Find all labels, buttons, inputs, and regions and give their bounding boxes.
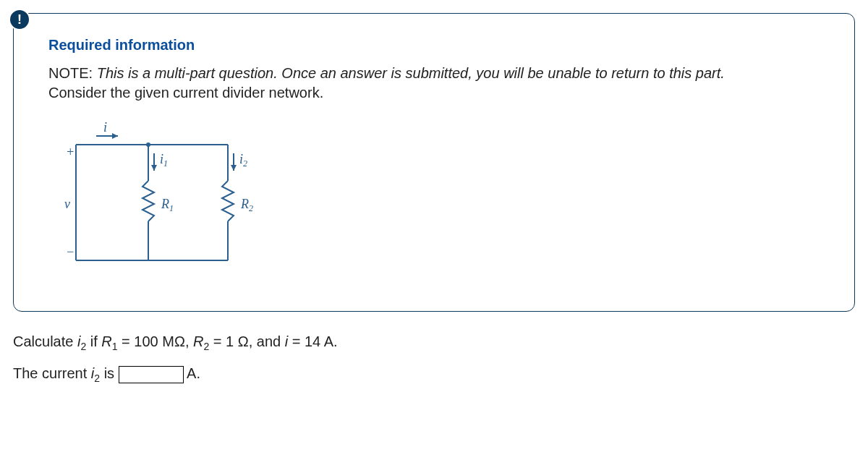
required-heading: Required information — [48, 37, 820, 54]
i-label: i — [103, 120, 107, 135]
calc-r2: R — [193, 333, 203, 349]
required-info-box: Required information NOTE: This is a mul… — [13, 13, 855, 312]
ans-mid: is — [100, 365, 119, 381]
answer-line: The current i2 is A. — [13, 365, 855, 384]
svg-marker-9 — [112, 133, 118, 139]
note-italic: This is a multi-part question. Once an a… — [97, 65, 725, 81]
svg-point-7 — [146, 142, 150, 147]
ans-i2-sub: 2 — [94, 372, 100, 384]
consider-line: Consider the given current divider netwo… — [48, 85, 820, 101]
r1-label: R1 — [161, 197, 174, 213]
calc-r1-val: = 100 MΩ, — [118, 333, 193, 349]
svg-marker-11 — [151, 165, 157, 171]
r2-label: R2 — [240, 197, 253, 213]
note-line: NOTE: This is a multi-part question. Onc… — [48, 64, 820, 83]
i1-label: i1 — [160, 152, 168, 169]
note-prefix: NOTE: — [48, 65, 97, 81]
calc-r1-sub: 1 — [112, 341, 118, 352]
calc-r1: R — [101, 333, 111, 349]
calc-i-val: = 14 A. — [288, 333, 337, 349]
info-badge: ! — [9, 9, 30, 30]
ans-unit: A. — [187, 365, 200, 381]
calc-r2-val: = 1 Ω, and — [209, 333, 284, 349]
calc-pre: Calculate — [13, 333, 77, 349]
plus-label: + — [66, 145, 75, 159]
v-label: v — [64, 197, 70, 211]
circuit-diagram: i + v − i1 i2 R1 R2 — [61, 123, 264, 282]
calculate-line: Calculate i2 if R1 = 100 MΩ, R2 = 1 Ω, a… — [13, 333, 855, 352]
answer-input[interactable] — [119, 366, 184, 383]
minus-label: − — [66, 244, 75, 259]
i2-label: i2 — [239, 152, 247, 169]
calc-if: if — [86, 333, 101, 349]
ans-pre: The current — [13, 365, 91, 381]
svg-marker-13 — [231, 165, 237, 171]
info-badge-symbol: ! — [17, 12, 22, 27]
